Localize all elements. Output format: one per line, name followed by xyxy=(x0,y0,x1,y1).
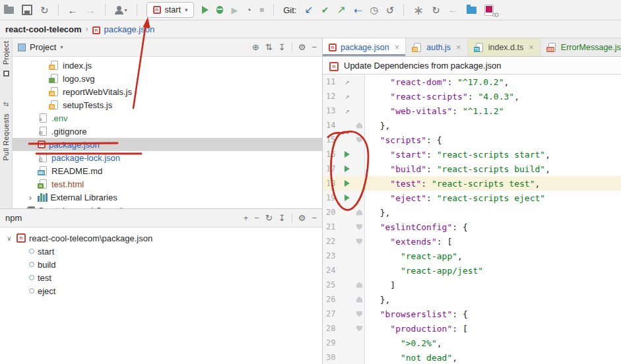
git-update-icon[interactable]: ↙ xyxy=(304,5,313,15)
run-script-icon[interactable] xyxy=(344,151,350,158)
breadcrumb-file[interactable]: package.json xyxy=(104,24,155,34)
code-line-26[interactable]: 26 }, xyxy=(323,292,621,307)
fold-close-icon[interactable] xyxy=(356,297,362,303)
fold-open-icon[interactable] xyxy=(356,311,362,317)
chevron-expanded-icon[interactable]: ∨ xyxy=(5,235,13,242)
run-button[interactable] xyxy=(202,6,209,14)
fold-close-icon[interactable] xyxy=(356,210,362,216)
collapse-all-icon[interactable]: ↧ xyxy=(278,214,286,222)
tree-item-reportWebVitals.js[interactable]: JSreportWebVitals.js xyxy=(13,85,322,98)
stripe-tab-project[interactable]: Project xyxy=(2,41,10,65)
profiler-button[interactable]: ◔ xyxy=(245,5,251,15)
tab-close-icon[interactable]: × xyxy=(395,42,400,52)
code-line-13[interactable]: 13↗ "web-vitals": "^1.1.2" xyxy=(323,104,621,118)
code-line-30[interactable]: 30 "not dead", xyxy=(323,350,621,364)
tree-item-Scratches and Consoles[interactable]: Scratches and Consoles xyxy=(13,204,322,208)
fold-open-icon[interactable] xyxy=(356,239,362,245)
stop-button[interactable]: ■ xyxy=(259,6,264,14)
tree-item-index.js[interactable]: JSindex.js xyxy=(13,59,322,72)
refresh-icon[interactable]: ↻ xyxy=(432,5,440,15)
code-line-22[interactable]: 22 "extends": [ xyxy=(323,234,621,249)
synchronize-icon[interactable]: ↻ xyxy=(40,5,49,15)
code-line-24[interactable]: 24 "react-app/jest" xyxy=(323,263,621,278)
git-patch-icon[interactable]: ⇠ xyxy=(354,5,362,15)
run-script-icon[interactable] xyxy=(344,180,350,187)
settings-gear-icon[interactable]: ⚙ xyxy=(298,43,306,51)
code-line-15[interactable]: 15 "scripts": { xyxy=(323,133,621,147)
navigate-dependency-icon[interactable]: ↗ xyxy=(344,77,349,86)
tree-item-test.html[interactable]: Htest.html xyxy=(13,177,322,191)
open-project-icon[interactable] xyxy=(4,7,14,14)
code-editor[interactable]: 11↗ "react-dom": "^17.0.2",12↗ "react-sc… xyxy=(323,75,621,364)
code-line-21[interactable]: 21 "eslintConfig": { xyxy=(323,220,621,234)
code-line-14[interactable]: 14 }, xyxy=(323,118,621,133)
run-script-icon[interactable] xyxy=(344,195,350,201)
run-script-icon[interactable] xyxy=(344,166,350,172)
project-panel-title[interactable]: Project xyxy=(30,42,56,52)
git-rollback-icon[interactable]: ↺ xyxy=(386,5,395,15)
settings-gear-icon[interactable]: ⚙ xyxy=(298,214,306,222)
expand-all-icon[interactable]: ⇅ xyxy=(265,43,273,51)
fold-open-icon[interactable] xyxy=(356,224,362,230)
locate-file-icon[interactable]: ⊕ xyxy=(252,43,259,51)
navigate-dependency-icon[interactable]: ↗ xyxy=(344,106,349,115)
tree-item-package.json[interactable]: npackage.json xyxy=(13,138,322,151)
fold-open-icon[interactable] xyxy=(356,137,362,143)
forward-icon[interactable]: → xyxy=(86,5,96,15)
code-line-29[interactable]: 29 ">0.2%", xyxy=(323,336,621,350)
editor-tab-index.d.ts[interactable]: TSindex.d.ts× xyxy=(468,38,540,56)
plugin-flower-icon[interactable]: ∗ xyxy=(413,4,424,16)
code-line-23[interactable]: 23 "react-app", xyxy=(323,249,621,263)
code-line-20[interactable]: 20 }, xyxy=(323,205,621,220)
coverage-button[interactable]: ▶ xyxy=(231,6,238,15)
code-line-25[interactable]: 25 ] xyxy=(323,278,621,292)
stripe-tab-pull-requests[interactable]: Pull Requests xyxy=(2,113,10,161)
editor-tab-auth.js[interactable]: JSauth.js× xyxy=(406,38,467,56)
save-all-icon[interactable] xyxy=(22,5,32,15)
hide-panel-icon[interactable]: − xyxy=(311,43,317,51)
code-line-18[interactable]: 18 "test": "react-scripts test", xyxy=(323,176,621,191)
user-profile-icon[interactable]: ▾ xyxy=(115,6,127,15)
tree-item-External Libraries[interactable]: ›External Libraries xyxy=(13,191,322,204)
breadcrumb-project[interactable]: react-cool-telecom xyxy=(5,24,82,34)
npm-panel-title[interactable]: npm xyxy=(5,213,22,223)
git-commit-icon[interactable]: ✔ xyxy=(321,5,329,15)
reload-scripts-icon[interactable]: ↻ xyxy=(265,214,273,222)
npm-script-test[interactable]: test xyxy=(0,271,322,284)
fold-close-icon[interactable] xyxy=(356,123,362,129)
notification-text[interactable]: Update Dependencies from package.json xyxy=(344,61,501,71)
tree-item-logo.svg[interactable]: logo.svg xyxy=(13,72,322,85)
tree-item-README.md[interactable]: MDREADME.md xyxy=(13,164,322,177)
code-line-19[interactable]: 19 "eject": "react-scripts eject" xyxy=(323,191,621,205)
step-back-disabled-icon[interactable]: ← xyxy=(448,5,459,15)
npm-script-eject[interactable]: eject xyxy=(0,284,322,297)
tab-close-icon[interactable]: × xyxy=(456,42,461,52)
fold-close-icon[interactable] xyxy=(356,282,362,288)
code-line-11[interactable]: 11↗ "react-dom": "^17.0.2", xyxy=(323,75,621,89)
hide-panel-icon[interactable]: − xyxy=(311,214,317,222)
add-config-icon[interactable]: + xyxy=(244,214,249,222)
debug-button[interactable] xyxy=(216,6,223,14)
run-config-select[interactable]: nstart▾ xyxy=(147,2,195,18)
tree-item-.env[interactable]: ≡.env xyxy=(13,111,322,125)
blue-folder-icon[interactable] xyxy=(467,7,476,14)
code-line-17[interactable]: 17 "build": "react-scripts build", xyxy=(323,162,621,176)
tree-item-.gitignore[interactable]: ⊘.gitignore xyxy=(13,125,322,138)
code-line-27[interactable]: 27 "browserslist": { xyxy=(323,307,621,321)
tree-item-package-lock.json[interactable]: {}package-lock.json xyxy=(13,151,322,164)
collapse-all-icon[interactable]: ↧ xyxy=(278,43,286,51)
npm-root-item[interactable]: ∨nreact-cool-telecom\package.json xyxy=(0,231,322,245)
git-push-icon[interactable]: ↗ xyxy=(337,5,346,15)
navigate-dependency-icon[interactable]: ↗ xyxy=(344,92,349,101)
device-preview-icon[interactable] xyxy=(484,5,494,16)
editor-tab-ErrorMessage.jsx[interactable]: JSXErrorMessage.jsx× xyxy=(540,38,621,56)
remove-config-icon[interactable]: − xyxy=(254,214,259,222)
back-icon[interactable]: ← xyxy=(68,5,78,15)
chevron-down-icon[interactable]: ▾ xyxy=(60,44,63,50)
fold-open-icon[interactable] xyxy=(356,326,362,332)
tree-item-setupTests.js[interactable]: JSsetupTests.js xyxy=(13,98,322,111)
npm-script-build[interactable]: build xyxy=(0,258,322,271)
npm-script-start[interactable]: start xyxy=(0,245,322,258)
chevron-right-icon[interactable]: › xyxy=(26,193,34,202)
tab-close-icon[interactable]: × xyxy=(529,42,534,52)
